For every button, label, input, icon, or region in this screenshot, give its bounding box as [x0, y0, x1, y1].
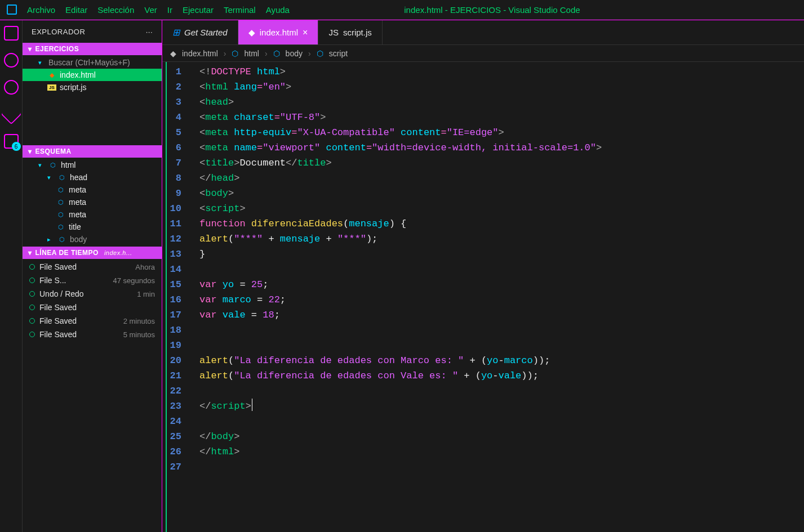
js-icon: JS [47, 84, 56, 91]
extensions-badge: 6 [12, 142, 21, 151]
html5-icon: ◆ [248, 28, 255, 38]
chevron-right-icon: › [224, 49, 226, 58]
timeline-item[interactable]: Undo / Redo1 min [23, 287, 162, 301]
file-label: index.html [60, 70, 96, 79]
outline-label: meta [69, 185, 86, 194]
tab-script-js[interactable]: JS script.js [318, 20, 382, 44]
symbol-icon: ⬡ [317, 49, 323, 58]
symbol-icon: ⬡ [56, 211, 65, 218]
chevron-down-icon: ▾ [28, 249, 32, 257]
explorer-icon[interactable] [4, 26, 19, 41]
menu-ir[interactable]: Ir [167, 5, 172, 15]
chevron-right-icon: ▸ [47, 236, 54, 243]
dot-icon [29, 278, 35, 283]
menu-ver[interactable]: Ver [144, 5, 157, 15]
html5-icon: ◆ [170, 49, 176, 58]
symbol-icon: ⬡ [232, 49, 238, 58]
vscode-icon: ⊞ [172, 27, 180, 38]
explorer-more-icon[interactable]: ··· [146, 28, 153, 36]
file-label: script.js [60, 83, 86, 92]
chevron-right-icon: › [265, 49, 268, 58]
outline-label: body [70, 235, 87, 244]
symbol-icon: ⬡ [56, 186, 65, 194]
section-timeline[interactable]: ▾ LÍNEA DE TIEMPO index.h... [23, 247, 162, 259]
outline-label: meta [69, 210, 86, 219]
outline-html[interactable]: ▾ ⬡ html [23, 159, 162, 171]
section-ejercicios[interactable]: ▾ EJERCICIOS [23, 43, 162, 55]
activity-bar: 6 [0, 20, 23, 532]
sidebar-header: EXPLORADOR ··· [23, 20, 162, 43]
search-icon[interactable] [4, 53, 19, 68]
outline-meta[interactable]: ⬡ meta [23, 196, 162, 208]
tab-label: script.js [343, 28, 372, 37]
chevron-down-icon: ▾ [38, 59, 45, 66]
dot-icon [29, 332, 35, 337]
close-icon[interactable]: × [303, 28, 308, 38]
timeline-time: Ahora [135, 263, 155, 271]
menu-archivo[interactable]: Archivo [27, 5, 55, 15]
symbol-icon: ⬡ [56, 223, 65, 231]
timeline-list: File SavedAhora File S...47 segundos Und… [23, 259, 162, 342]
tab-get-started[interactable]: ⊞ Get Started [162, 20, 238, 44]
symbol-icon: ⬡ [48, 162, 57, 169]
crumb[interactable]: body [286, 49, 303, 58]
tree-folder-ejercicio1[interactable]: ▾ Buscar (Ctrl+Mayús+F) [23, 56, 162, 69]
timeline-time: 47 segundos [113, 276, 155, 285]
timeline-label: File Saved [39, 316, 77, 325]
timeline-item[interactable]: File S...47 segundos [23, 274, 162, 287]
symbol-icon: ⬡ [273, 49, 280, 58]
outline-meta[interactable]: ⬡ meta [23, 208, 162, 221]
crumb[interactable]: index.html [182, 49, 218, 58]
outline-label: meta [69, 198, 86, 207]
outline-head[interactable]: ▾ ⬡ head [23, 171, 162, 184]
timeline-item[interactable]: File Saved5 minutos [23, 328, 162, 341]
timeline-item[interactable]: File Saved [23, 301, 162, 314]
chevron-down-icon: ▾ [47, 174, 54, 181]
text-cursor [252, 399, 252, 411]
source-control-icon[interactable] [4, 80, 19, 95]
code-editor[interactable]: 1<!DOCTYPE html> 2<html lang="en"> 3<hea… [166, 62, 804, 532]
editor-tabs: ⊞ Get Started ◆ index.html × JS script.j… [162, 20, 804, 45]
timeline-item[interactable]: File Saved2 minutos [23, 314, 162, 328]
outline-meta[interactable]: ⬡ meta [23, 184, 162, 196]
run-debug-icon[interactable] [1, 104, 21, 125]
sidebar: EXPLORADOR ··· ▾ EJERCICIOS ▾ Buscar (Ct… [23, 20, 162, 532]
dot-icon [29, 305, 35, 310]
file-tree: ▾ Buscar (Ctrl+Mayús+F) ◆ index.html JS … [23, 55, 162, 95]
breadcrumbs[interactable]: ◆ index.html › ⬡ html › ⬡ body › ⬡ scrip… [162, 45, 804, 62]
timeline-time: 5 minutos [123, 330, 155, 339]
outline-body[interactable]: ▸ ⬡ body [23, 233, 162, 245]
explorer-title: EXPLORADOR [32, 28, 85, 36]
dot-icon [29, 318, 35, 324]
section-ejercicios-label: EJERCICIOS [35, 45, 79, 53]
window-title: index.html - EJERCICIOS - Visual Studio … [187, 5, 797, 15]
timeline-file: index.h... [104, 249, 132, 256]
timeline-label: File Saved [39, 330, 77, 339]
js-icon: JS [328, 28, 339, 37]
dot-icon [29, 291, 35, 297]
outline-title[interactable]: ⬡ title [23, 221, 162, 233]
timeline-item[interactable]: File SavedAhora [23, 260, 162, 274]
file-index-html[interactable]: ◆ index.html [23, 69, 162, 81]
outline-label: title [69, 222, 81, 231]
menu-editar[interactable]: Editar [65, 5, 87, 15]
symbol-icon: ⬡ [57, 174, 66, 181]
tab-label: Get Started [184, 28, 228, 37]
tab-index-html[interactable]: ◆ index.html × [238, 20, 319, 44]
menu-seleccion[interactable]: Selección [97, 5, 134, 15]
crumb[interactable]: html [244, 49, 259, 58]
file-script-js[interactable]: JS script.js [23, 81, 162, 93]
crumb[interactable]: script [329, 49, 348, 58]
dot-icon [29, 264, 35, 270]
outline-label: html [61, 160, 75, 169]
chevron-down-icon: ▾ [38, 162, 45, 169]
chevron-right-icon: › [308, 49, 311, 58]
vscode-logo-icon [7, 5, 17, 15]
outline-label: head [70, 173, 87, 182]
html5-icon: ◆ [47, 71, 56, 79]
section-esquema[interactable]: ▾ ESQUEMA [23, 145, 162, 158]
chevron-down-icon: ▾ [28, 45, 32, 53]
extensions-icon[interactable]: 6 [4, 134, 19, 149]
editor-group: ⊞ Get Started ◆ index.html × JS script.j… [162, 20, 804, 532]
timeline-time: 2 minutos [123, 317, 155, 325]
